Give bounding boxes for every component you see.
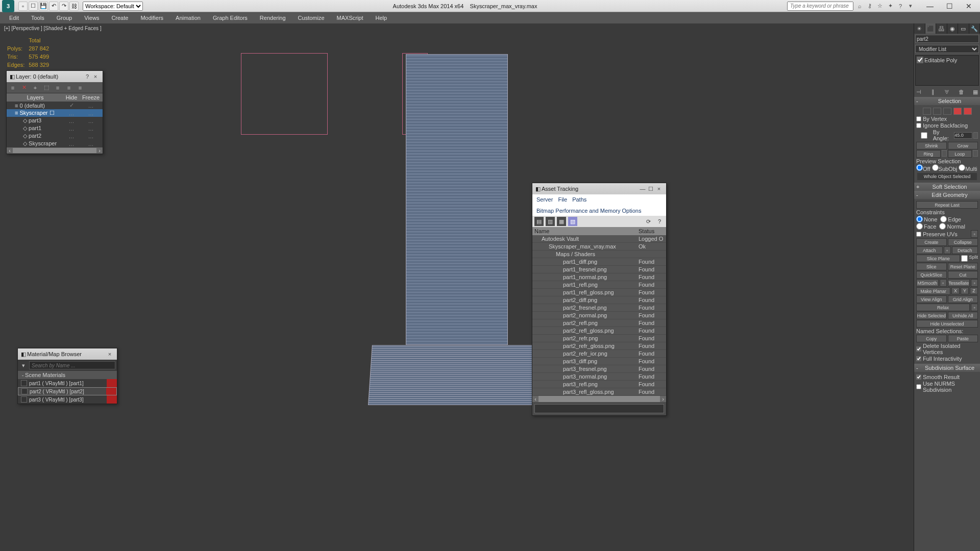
planar-y-button[interactable]: Y (961, 287, 969, 294)
menu-help[interactable]: Help (371, 14, 393, 22)
asset-menu-item[interactable]: Paths (572, 196, 586, 203)
attach-button[interactable]: Attach (916, 246, 943, 254)
asset-row[interactable]: part3_normal.pngFound (532, 373, 666, 381)
modifier-list-select[interactable]: Modifier List (915, 45, 979, 53)
material-row[interactable]: part1 ( VRayMtl ) [part1] (18, 379, 117, 387)
material-search-input[interactable] (29, 361, 115, 369)
asset-menu-item[interactable]: Bitmap Performance and Memory Options (536, 208, 641, 214)
menu-animation[interactable]: Animation (170, 14, 206, 22)
asset-view4-icon[interactable]: ▧ (568, 217, 577, 226)
asset-row[interactable]: part2_refl.pngFound (532, 319, 666, 327)
relax-settings[interactable]: ▫ (971, 304, 978, 311)
menu-views[interactable]: Views (79, 14, 104, 22)
material-row[interactable]: part3 ( VRayMtl ) [part3] (18, 395, 117, 404)
menu-group[interactable]: Group (52, 14, 78, 22)
qat-open-icon[interactable]: ☐ (29, 2, 38, 11)
slice-button[interactable]: Slice (916, 263, 947, 270)
constraint-edge-radio[interactable] (940, 216, 947, 222)
asset-row[interactable]: part3_fresnel.pngFound (532, 365, 666, 373)
layer-new-icon[interactable]: ≡ (9, 84, 17, 92)
layer-freeze-icon[interactable]: ≡ (76, 84, 84, 92)
layer-select-icon[interactable]: ⬚ (42, 84, 51, 92)
detach-button[interactable]: Detach (952, 246, 978, 254)
star2-icon[interactable]: ✦ (886, 2, 894, 10)
hide-selected-button[interactable]: Hide Selected (916, 312, 947, 319)
dropdown-icon[interactable]: ▾ (906, 2, 915, 10)
asset-row[interactable]: part2_normal.pngFound (532, 312, 666, 319)
layer-add-icon[interactable]: + (31, 84, 39, 92)
layers-close-button[interactable]: × (91, 73, 100, 80)
layer-row[interactable]: ≡ Skyscraper ☐…… (7, 109, 103, 117)
asset-row[interactable]: Skyscraper_max_vray.maxOk (532, 243, 666, 251)
asset-row[interactable]: Autodesk VaultLogged O (532, 235, 666, 243)
asset-view2-icon[interactable]: ▥ (546, 217, 555, 226)
mat-dropdown-icon[interactable]: ▾ (19, 361, 28, 369)
edge-so-icon[interactable] (933, 108, 941, 115)
view-align-button[interactable]: View Align (916, 295, 947, 303)
asset-row[interactable]: part2_refl_gloss.pngFound (532, 327, 666, 335)
minimize-button[interactable]: — (925, 2, 935, 10)
selection-rollout[interactable]: -Selection (914, 97, 980, 105)
layers-help-button[interactable]: ? (83, 73, 91, 80)
pin-stack-icon[interactable]: ⊣ (915, 88, 922, 96)
maximize-button[interactable]: ☐ (944, 2, 954, 10)
asset-row[interactable]: part3_refl.pngFound (532, 381, 666, 388)
asset-path-input[interactable] (534, 404, 664, 413)
planar-z-button[interactable]: Z (970, 287, 978, 294)
asset-row[interactable]: part3_refl_gloss.pngFound (532, 388, 666, 396)
preview-subobj-radio[interactable] (932, 164, 939, 171)
create-button[interactable]: Create (916, 238, 947, 246)
subdiv-rollout[interactable]: -Subdivision Surface (914, 364, 980, 372)
split-check[interactable] (961, 255, 968, 262)
vertex-so-icon[interactable] (923, 108, 931, 115)
asset-row[interactable]: Maps / Shaders (532, 251, 666, 258)
use-nurms-check[interactable] (916, 384, 921, 389)
ring-button[interactable]: Ring (916, 150, 941, 158)
qat-save-icon[interactable]: 💾 (39, 2, 48, 11)
close-button[interactable]: ✕ (964, 2, 974, 10)
asset-row[interactable]: part1_refl_gloss.pngFound (532, 289, 666, 296)
configure-icon[interactable]: ▦ (972, 88, 979, 96)
smooth-result-check[interactable] (916, 374, 921, 380)
constraint-face-radio[interactable] (916, 223, 923, 230)
angle-spinner[interactable] (973, 132, 978, 139)
grid-align-button[interactable]: Grid Align (948, 295, 978, 303)
menu-modifiers[interactable]: Modifiers (135, 14, 168, 22)
layer-row[interactable]: ◇ part1…… (7, 124, 103, 132)
key-icon[interactable]: ⚷ (866, 2, 874, 10)
asset-min-button[interactable]: — (639, 186, 647, 192)
repeat-last-button[interactable]: Repeat Last (916, 201, 978, 209)
make-planar-button[interactable]: Make Planar (916, 287, 950, 295)
qat-new-icon[interactable]: ▫ (18, 2, 28, 11)
hierarchy-tab-icon[interactable]: 品 (936, 23, 947, 34)
asset-row[interactable]: part1_normal.pngFound (532, 273, 666, 281)
layer-row[interactable]: ◇ part2…… (7, 132, 103, 140)
layer-highlight-icon[interactable]: ≡ (54, 84, 62, 92)
asset-help-icon[interactable]: ? (655, 217, 664, 226)
help-icon[interactable]: ? (896, 2, 904, 10)
menu-create[interactable]: Create (106, 14, 133, 22)
layer-row[interactable]: ◇ Skyscraper…… (7, 140, 103, 147)
asset-menu-item[interactable]: File (558, 196, 567, 203)
material-row[interactable]: part2 ( VRayMtl ) [part2] (18, 387, 117, 395)
by-angle-value[interactable] (954, 132, 972, 139)
tessellate-button[interactable]: Tessellate (948, 279, 970, 287)
app-logo-icon[interactable]: 3 (2, 0, 14, 12)
viewport[interactable]: [+] [Perspective ] [Shaded + Edged Faces… (0, 23, 914, 551)
menu-graph-editors[interactable]: Graph Editors (208, 14, 253, 22)
cut-button[interactable]: Cut (948, 271, 978, 279)
asset-row[interactable]: part2_refr.pngFound (532, 335, 666, 342)
preview-multi-radio[interactable] (959, 164, 965, 171)
asset-row[interactable]: part2_fresnel.pngFound (532, 304, 666, 312)
preserve-uvs-check[interactable] (916, 232, 921, 237)
asset-close-button[interactable]: × (655, 186, 663, 192)
shrink-button[interactable]: Shrink (916, 142, 947, 149)
polygon-so-icon[interactable] (953, 108, 962, 115)
material-browser-close-button[interactable]: × (106, 351, 114, 357)
asset-columns[interactable]: Name Status (532, 227, 666, 235)
qat-redo-icon[interactable]: ↷ (59, 2, 68, 11)
layer-hide-icon[interactable]: ≡ (65, 84, 73, 92)
loop-button[interactable]: Loop (948, 150, 972, 158)
utilities-tab-icon[interactable]: 🔧 (969, 23, 981, 34)
qat-undo-icon[interactable]: ↶ (49, 2, 58, 11)
